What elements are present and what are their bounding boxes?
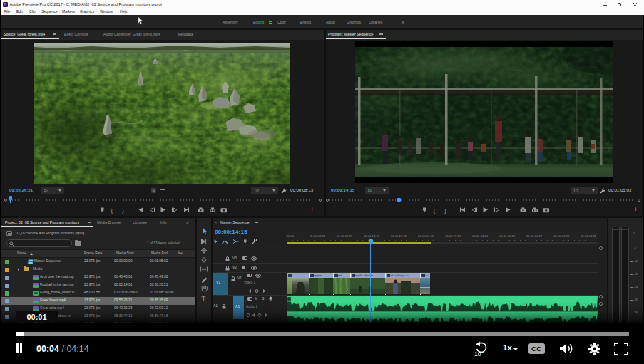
svg-text:10: 10 bbox=[474, 350, 481, 357]
svg-text:{: { bbox=[434, 207, 436, 214]
svg-text:{: { bbox=[111, 207, 113, 214]
svg-text:}: } bbox=[122, 207, 124, 214]
svg-text:T: T bbox=[202, 295, 206, 303]
svg-text:}: } bbox=[444, 207, 446, 214]
